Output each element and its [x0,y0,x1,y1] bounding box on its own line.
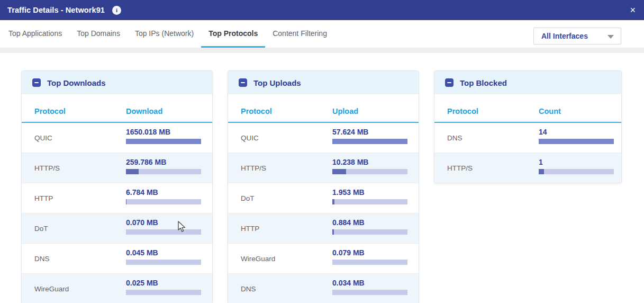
table-row: HTTP/S 1 [434,153,621,183]
panel-title: Top Downloads [47,78,106,87]
table-row: HTTP/S 259.786 MB [22,153,212,183]
value-label: 0.884 MB [332,218,407,227]
tab-top-applications[interactable]: Top Applications [1,20,69,48]
protocol-name: WireGuard [34,285,69,293]
progress-bar-fill [126,199,126,204]
protocol-name: HTTP [241,225,259,233]
value-label: 0.079 MB [332,248,407,257]
value-label: 0.025 MB [126,279,201,287]
collapse-minus-icon[interactable] [239,78,247,87]
value-cell: 57.624 MB [332,128,407,144]
protocol-name: DNS [241,285,256,293]
table-row: DoT 0.070 MB [22,213,212,243]
panel-header: Top Downloads [22,71,212,94]
value-cell: 0.045 MB [126,248,201,265]
protocol-name: DoT [241,194,255,202]
progress-bar-track [126,229,201,235]
table-header-row: Protocol Download [22,94,212,123]
table-header-row: Protocol Count [434,94,621,123]
protocol-name: HTTP [34,194,53,202]
table-row: DNS 14 [434,123,621,153]
progress-bar-track [126,290,201,295]
close-icon[interactable]: × [630,5,636,15]
progress-bar-fill [539,139,614,144]
table-header-row: Protocol Upload [228,94,419,123]
table-row: WireGuard 0.025 MB [22,273,212,303]
collapse-minus-icon[interactable] [32,78,41,87]
info-icon[interactable]: i [112,6,121,15]
tab-content-filtering[interactable]: Content Filtering [265,20,334,48]
tab-top-domains[interactable]: Top Domains [69,20,128,48]
tab-top-protocols[interactable]: Top Protocols [201,20,265,48]
progress-bar-track [539,169,614,174]
table-row: HTTP 0.884 MB [228,213,419,243]
table-row: DNS 0.045 MB [22,243,212,273]
column-header-value: Download [126,107,162,115]
table-row: QUIC 57.624 MB [228,123,419,153]
table-row: DNS 0.034 MB [228,273,419,303]
protocol-name: HTTP/S [34,164,60,172]
panel-title: Top Blocked [460,78,507,87]
progress-bar-fill [539,169,544,174]
interface-dropdown[interactable]: All Interfaces [533,28,621,44]
table-row: HTTP/S 10.238 MB [228,153,419,183]
value-label: 0.070 MB [126,218,201,227]
progress-bar-track [332,260,407,265]
content-divider [0,48,644,53]
panel-header: Top Blocked [434,71,621,94]
value-cell: 6.784 MB [126,188,201,204]
value-label: 1.953 MB [332,188,407,197]
protocol-name: QUIC [241,134,259,142]
collapse-minus-icon[interactable] [445,78,453,87]
progress-bar-track [126,260,201,265]
progress-bar-track [332,290,407,295]
value-label: 6.784 MB [126,188,201,197]
progress-bar-fill [332,229,334,235]
progress-bar-track [332,199,407,204]
protocol-name: HTTP/S [241,164,266,172]
value-label: 57.624 MB [332,128,407,136]
value-label: 14 [539,128,614,136]
progress-bar-fill [332,199,334,204]
value-cell: 14 [539,128,614,144]
protocol-name: HTTP/S [447,164,473,172]
progress-bar-fill [126,169,139,174]
value-cell: 259.786 MB [126,158,201,174]
dialog-header: Traffic Details - Network91 i × [0,0,644,20]
table-body: QUIC 57.624 MB HTTP/S 10.238 MB DoT 1.95… [228,123,419,303]
tab-top-ips-network[interactable]: Top IPs (Network) [128,20,201,48]
panel-title: Top Uploads [253,78,301,87]
table-body: DNS 14 HTTP/S 1 [434,123,621,183]
protocol-name: DNS [447,134,462,142]
dialog-title: Traffic Details - Network91 [7,6,105,14]
value-label: 1 [539,158,614,166]
value-cell: 1.953 MB [332,188,407,204]
value-cell: 0.034 MB [332,279,407,295]
protocol-name: QUIC [34,134,52,142]
value-label: 0.045 MB [126,248,201,257]
column-header-value: Count [539,107,561,115]
table-row: DoT 1.953 MB [228,183,419,213]
progress-bar-track [126,199,201,204]
panel: Top Downloads Protocol Download QUIC 165… [21,70,213,303]
value-cell: 0.079 MB [332,248,407,265]
column-header-protocol: Protocol [241,107,272,115]
panel: Top Uploads Protocol Upload QUIC 57.624 … [228,70,419,303]
value-label: 259.786 MB [126,158,201,166]
progress-bar-track [539,139,614,144]
value-label: 0.034 MB [332,279,407,287]
protocol-name: WireGuard [241,255,275,263]
value-label: 1650.018 MB [126,128,201,136]
progress-bar-track [126,139,201,144]
progress-bar-track [332,169,407,174]
value-cell: 1 [539,158,614,174]
column-header-protocol: Protocol [34,107,66,115]
progress-bar-fill [332,139,407,144]
table-body: QUIC 1650.018 MB HTTP/S 259.786 MB HTTP … [22,123,212,303]
value-cell: 10.238 MB [332,158,407,174]
progress-bar-track [332,139,407,144]
progress-bar-fill [126,139,201,144]
value-cell: 0.025 MB [126,279,201,295]
value-cell: 1650.018 MB [126,128,201,144]
column-header-protocol: Protocol [447,107,478,115]
